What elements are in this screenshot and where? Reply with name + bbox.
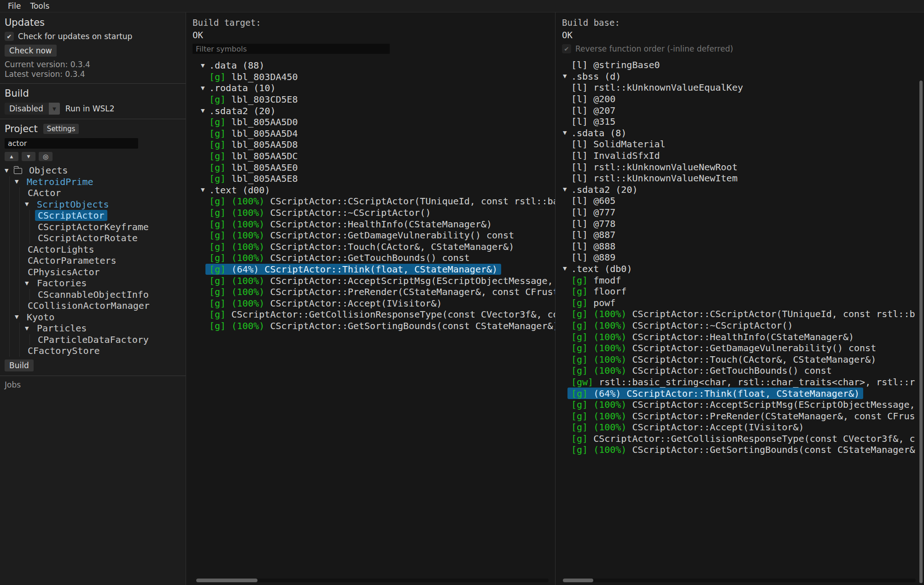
chevron-down-icon[interactable]: ▼ bbox=[15, 179, 24, 185]
tree-item-cparticledatafactory[interactable]: CParticleDataFactory bbox=[5, 334, 181, 346]
section-header[interactable]: ▼.sdata2 (20) bbox=[196, 105, 555, 116]
chevron-down-icon[interactable]: ▼ bbox=[201, 108, 209, 114]
tree-item-cactorparameters[interactable]: CActorParameters bbox=[5, 255, 181, 266]
symbol-row[interactable]: [gw]rstl::basic_string<char, rstl::char_… bbox=[558, 376, 924, 388]
horizontal-scrollbar[interactable] bbox=[563, 579, 916, 582]
check-now-button[interactable]: Check now bbox=[5, 45, 57, 57]
symbol-row[interactable]: [g]lbl_805AA5E0 bbox=[196, 162, 555, 173]
chevron-down-icon[interactable]: ▼ bbox=[5, 168, 14, 174]
symbol-row[interactable]: [g]floorf bbox=[558, 286, 924, 297]
section-header[interactable]: ▼.sdata (8) bbox=[558, 127, 924, 139]
menu-tools[interactable]: Tools bbox=[26, 1, 53, 11]
symbol-row[interactable]: [g](100%)CScriptActor::~CScriptActor() bbox=[196, 207, 555, 219]
vertical-scrollbar-thumb[interactable] bbox=[919, 81, 923, 583]
chevron-down-icon[interactable]: ▼ bbox=[25, 325, 34, 331]
settings-button[interactable]: Settings bbox=[43, 124, 79, 134]
symbol-row[interactable]: [g](100%)CScriptActor::PreRender(CStateM… bbox=[558, 410, 924, 422]
tree-item-ccollisionactormanager[interactable]: CCollisionActorManager bbox=[5, 300, 181, 312]
symbol-row[interactable]: [g](100%)CScriptActor::GetTouchBounds() … bbox=[558, 365, 924, 376]
symbol-row[interactable]: [l]@777 bbox=[558, 207, 924, 218]
section-header[interactable]: ▼.sdata2 (20) bbox=[558, 184, 924, 196]
symbol-row[interactable]: [g](64%)CScriptActor::Think(float, CStat… bbox=[196, 264, 555, 275]
horizontal-scrollbar-thumb[interactable] bbox=[196, 579, 257, 582]
symbol-row[interactable]: [g](100%)CScriptActor::~CScriptActor() bbox=[558, 320, 924, 331]
symbol-row[interactable]: [g](100%)CScriptActor::HealthInfo(CState… bbox=[558, 331, 924, 342]
symbol-row[interactable]: [g](100%)CScriptActor::Touch(CActor&, CS… bbox=[196, 241, 555, 253]
chevron-down-icon[interactable]: ▼ bbox=[25, 201, 34, 207]
symbol-row[interactable]: [l]@200 bbox=[558, 93, 924, 105]
build-type-dropdown[interactable]: Disabled ▼ bbox=[5, 103, 60, 115]
symbol-row[interactable]: [g]lbl_805AA5DC bbox=[196, 151, 555, 162]
section-header[interactable]: ▼.data (88) bbox=[196, 60, 555, 71]
symbol-row[interactable]: [l]@887 bbox=[558, 229, 924, 241]
symbol-row[interactable]: [l]@778 bbox=[558, 218, 924, 229]
symbol-row[interactable]: [g]CScriptActor::GetCollisionResponseTyp… bbox=[196, 309, 555, 320]
section-header[interactable]: ▼.sbss (d) bbox=[558, 71, 924, 82]
symbol-row[interactable]: [g](100%)CScriptActor::Accept(IVisitor&) bbox=[196, 297, 555, 309]
checkbox-checked[interactable]: ✔ bbox=[5, 32, 14, 41]
symbol-row[interactable]: [g](100%)CScriptActor::AcceptScriptMsg(E… bbox=[196, 275, 555, 286]
symbol-row[interactable]: [g](100%)CScriptActor::GetSortingBounds(… bbox=[558, 444, 924, 456]
tree-item-particles[interactable]: ▼Particles bbox=[5, 323, 181, 334]
symbol-row[interactable]: [l]@888 bbox=[558, 241, 924, 252]
tree-item-scriptobjects[interactable]: ▼ScriptObjects bbox=[5, 199, 181, 210]
symbol-row[interactable]: [g]lbl_805AA5E8 bbox=[196, 173, 555, 185]
symbol-row[interactable]: [l]@315 bbox=[558, 116, 924, 127]
tree-item-objects[interactable]: ▼Objects bbox=[5, 165, 181, 176]
symbol-row[interactable]: [g](100%)CScriptActor::Touch(CActor&, CS… bbox=[558, 353, 924, 365]
horizontal-scrollbar[interactable] bbox=[196, 579, 549, 582]
symbol-row[interactable]: [g](100%)CScriptActor::Accept(IVisitor&) bbox=[558, 422, 924, 433]
symbol-row[interactable]: [g](100%)CScriptActor::GetDamageVulnerab… bbox=[196, 230, 555, 241]
tree-item-cactorlights[interactable]: CActorLights bbox=[5, 244, 181, 255]
symbol-row[interactable]: [g]lbl_805AA5D8 bbox=[196, 139, 555, 151]
menu-file[interactable]: File bbox=[4, 1, 25, 11]
tree-item-cscannableobjectinfo[interactable]: CScannableObjectInfo bbox=[5, 289, 181, 301]
chevron-down-icon[interactable]: ▼ bbox=[563, 266, 571, 272]
chevron-down-icon[interactable]: ▼ bbox=[201, 187, 209, 193]
symbol-row[interactable]: [g](100%)CScriptActor::AcceptScriptMsg(E… bbox=[558, 399, 924, 411]
section-header[interactable]: ▼.rodata (10) bbox=[196, 82, 555, 94]
updates-checkbox-row[interactable]: ✔ Check for updates on startup bbox=[5, 32, 181, 41]
symbol-row[interactable]: [g](100%)CScriptActor::GetSortingBounds(… bbox=[196, 320, 555, 332]
chevron-down-icon[interactable]: ▼ bbox=[201, 85, 209, 91]
chevron-down-icon[interactable]: ▼ bbox=[563, 130, 571, 136]
symbol-row[interactable]: [g](100%)CScriptActor::GetDamageVulnerab… bbox=[558, 342, 924, 354]
tree-item-cphysicsactor[interactable]: CPhysicsActor bbox=[5, 266, 181, 278]
symbol-row[interactable]: [g]lbl_803DA450 bbox=[196, 71, 555, 83]
symbol-row[interactable]: [g](100%)CScriptActor::CScriptActor(TUni… bbox=[558, 308, 924, 320]
symbol-row[interactable]: [g]powf bbox=[558, 297, 924, 308]
horizontal-scrollbar-thumb[interactable] bbox=[563, 579, 593, 582]
symbol-row[interactable]: [l]SolidMaterial bbox=[558, 139, 924, 150]
chevron-down-icon[interactable]: ▼ bbox=[563, 186, 571, 192]
symbol-row[interactable]: [g](100%)CScriptActor::HealthInfo(CState… bbox=[196, 218, 555, 230]
tree-item-factories[interactable]: ▼Factories bbox=[5, 278, 181, 289]
symbol-row[interactable]: [l]rstl::kUnknownValueNewItem bbox=[558, 173, 924, 184]
tree-item-cactor[interactable]: CActor bbox=[5, 187, 181, 199]
chevron-down-icon[interactable]: ▼ bbox=[25, 280, 34, 286]
symbol-row[interactable]: [l]InvalidSfxId bbox=[558, 150, 924, 162]
symbol-row[interactable]: [l]@889 bbox=[558, 252, 924, 263]
symbol-row[interactable]: [g](64%)CScriptActor::Think(float, CStat… bbox=[558, 388, 924, 399]
build-button[interactable]: Build bbox=[5, 359, 34, 371]
tree-item-cscriptactorkeyframe[interactable]: CScriptActorKeyframe bbox=[5, 221, 181, 233]
tree-item-metroidprime[interactable]: ▼MetroidPrime bbox=[5, 176, 181, 188]
symbol-row[interactable]: [l]@605 bbox=[558, 195, 924, 207]
object-search-input[interactable] bbox=[5, 138, 138, 149]
symbol-row[interactable]: [l]@stringBase0 bbox=[558, 59, 924, 71]
chevron-down-icon[interactable]: ▼ bbox=[563, 73, 571, 79]
symbol-row[interactable]: [g](100%)CScriptActor::GetTouchBounds() … bbox=[196, 252, 555, 264]
symbol-row[interactable]: [g](100%)CScriptActor::PreRender(CStateM… bbox=[196, 286, 555, 298]
chevron-down-icon[interactable]: ▼ bbox=[15, 314, 24, 320]
tree-item-cscriptactor[interactable]: CScriptActor bbox=[5, 210, 181, 221]
symbol-row[interactable]: [g]CScriptActor::GetCollisionResponseTyp… bbox=[558, 433, 924, 445]
section-header[interactable]: ▼.text (d00) bbox=[196, 185, 555, 196]
symbol-row[interactable]: [g]lbl_805AA5D4 bbox=[196, 128, 555, 139]
symbol-row[interactable]: [l]rstl::kUnknownValueEqualKey bbox=[558, 82, 924, 93]
tree-item-cscriptactorrotate[interactable]: CScriptActorRotate bbox=[5, 232, 181, 244]
section-header[interactable]: ▼.text (db0) bbox=[558, 263, 924, 275]
filter-symbols-input[interactable] bbox=[193, 44, 390, 54]
symbol-row[interactable]: [l]@207 bbox=[558, 104, 924, 116]
chevron-down-icon[interactable]: ▼ bbox=[201, 63, 209, 69]
tree-item-kyoto[interactable]: ▼Kyoto bbox=[5, 312, 181, 323]
collapse-all-button[interactable]: ▲ bbox=[5, 152, 18, 161]
